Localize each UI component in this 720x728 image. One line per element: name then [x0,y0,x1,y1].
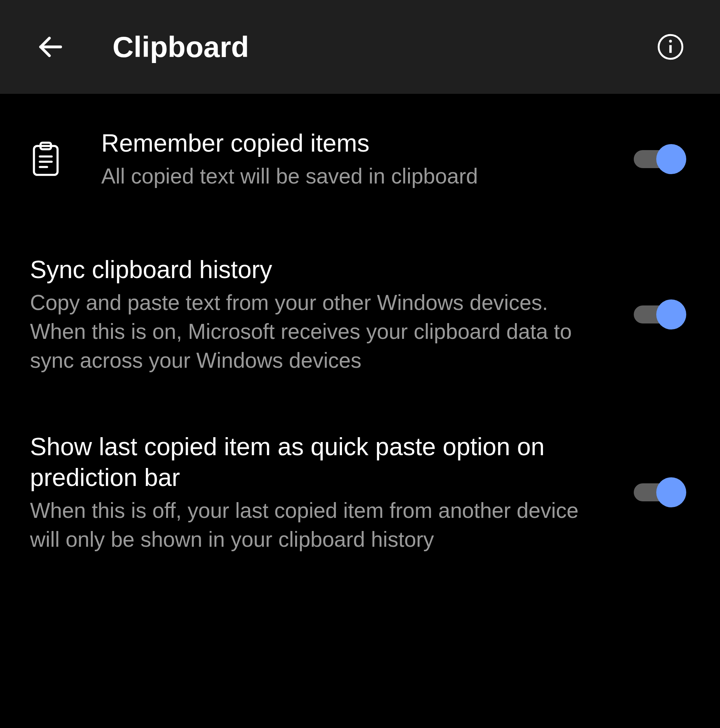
arrow-left-icon [36,32,66,62]
info-button[interactable] [655,31,686,63]
setting-desc: Copy and paste text from your other Wind… [30,288,607,375]
toggle-quick-paste[interactable] [634,477,686,507]
toggle-remember-copied[interactable] [634,144,686,174]
clipboard-icon [30,140,61,178]
settings-content: Remember copied items All copied text wi… [0,94,720,554]
toggle-sync-clipboard[interactable] [634,300,686,329]
toggle-col [630,477,690,507]
setting-text: Remember copied items All copied text wi… [101,128,630,190]
toggle-thumb [656,477,686,507]
setting-text: Show last copied item as quick paste opt… [30,431,630,554]
setting-title: Show last copied item as quick paste opt… [30,431,607,493]
info-icon [656,33,685,61]
setting-quick-paste[interactable]: Show last copied item as quick paste opt… [30,431,690,554]
toggle-thumb [656,144,686,174]
setting-title: Sync clipboard history [30,254,607,285]
setting-sync-clipboard[interactable]: Sync clipboard history Copy and paste te… [30,254,690,375]
page-title: Clipboard [113,30,610,64]
setting-text: Sync clipboard history Copy and paste te… [30,254,630,375]
setting-desc: When this is off, your last copied item … [30,496,607,554]
back-button[interactable] [34,30,67,64]
setting-icon-col [30,140,101,178]
setting-desc: All copied text will be saved in clipboa… [101,162,615,191]
setting-title: Remember copied items [101,128,615,159]
setting-remember-copied[interactable]: Remember copied items All copied text wi… [30,128,690,190]
app-header: Clipboard [0,0,720,94]
toggle-col [630,300,690,329]
toggle-thumb [656,300,686,329]
svg-point-3 [669,40,672,43]
toggle-col [630,144,690,174]
